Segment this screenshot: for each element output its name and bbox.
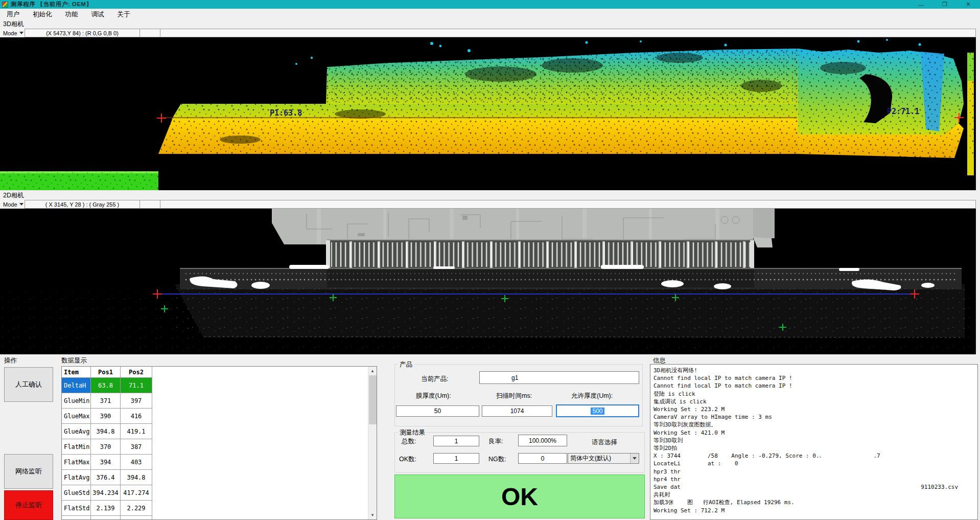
table-row[interactable]: FlatStd2.1392.229 <box>62 501 153 516</box>
cell-pos1: 370 <box>91 439 121 455</box>
current-product-label: 当前产品: <box>421 375 448 383</box>
camera3d-status-cell <box>160 29 976 37</box>
camera3d-viewport[interactable]: P1:63.8 P2:71.1 <box>0 37 976 190</box>
table-row[interactable]: GlueMin371397 <box>62 393 153 409</box>
camera3d-pixel-status: (X 5473,Y 84) : (R 0,G 0,B 0) <box>25 29 140 37</box>
menu-item-2[interactable]: 功能 <box>59 9 85 20</box>
language-select-dropdown[interactable]: 简体中文(默认) <box>568 453 639 464</box>
cell-pos1: 394.8 <box>91 424 121 439</box>
grid-scrollbar[interactable]: ▲ ▼ <box>368 367 377 519</box>
allowed-thickness-field[interactable]: 500 <box>556 404 639 417</box>
menu-item-1[interactable]: 初始化 <box>26 9 59 20</box>
log-line: X : 3744 /58 Angle : -0.279, Score : 0.0… <box>654 452 974 460</box>
p2-measurement-label: P2:71.1 <box>887 107 919 116</box>
minimize-button[interactable]: — <box>909 0 933 9</box>
log-line: 3D相机没有网络! <box>654 367 974 374</box>
mode-button-label: Mode <box>3 30 17 36</box>
cell-item: FlatMax <box>62 455 91 470</box>
info-log[interactable]: 3D相机没有网络!Cannot find local IP to match c… <box>650 364 978 520</box>
camera2d-mode-bar: Mode ( X 3145, Y 28 ) : ( Gray 255 ) <box>0 200 976 209</box>
cell-pos2: 419.1 <box>121 424 152 439</box>
header-pos1: Pos1 <box>91 367 121 378</box>
table-row[interactable]: GlueStd394.234417.274 <box>62 485 153 501</box>
cell-item: GlueAvg <box>62 424 91 439</box>
log-line: 等到3D取到 <box>654 437 974 444</box>
table-row[interactable]: GlueMax390416 <box>62 409 153 424</box>
scroll-down-icon[interactable]: ▼ <box>368 511 377 519</box>
scan-time-field[interactable]: 1074 <box>482 405 552 417</box>
log-line: 等到3D取到灰度图数据。 <box>654 421 974 428</box>
product-group-label: 产品 <box>398 360 414 369</box>
language-select-label: 语言选择 <box>592 438 617 447</box>
cell-pos2: 71.1 <box>121 378 152 393</box>
results-group: 测量结果 总数: 1 良率: 100.000% 语言选择 OK数: 1 NG数:… <box>394 432 645 473</box>
title-bar: 测厚程序 【当前用户: OEM】 — ❐ ✕ <box>0 0 980 9</box>
film-thickness-field[interactable]: 50 <box>396 405 479 417</box>
total-label: 总数: <box>402 437 416 446</box>
camera2d-viewport[interactable] <box>0 209 976 354</box>
cell-pos2: 387 <box>121 439 152 455</box>
camera2d-status-cell <box>160 200 976 209</box>
camera3d-mode-button[interactable]: Mode <box>0 29 25 37</box>
header-item: Item <box>62 367 91 378</box>
product-group: 产品 当前产品: g1 膜厚度(Um): 扫描时间ms: 允许厚度(Um): 5… <box>394 364 643 426</box>
camera2d-pixel-status: ( X 3145, Y 28 ) : ( Gray 255 ) <box>25 200 140 209</box>
cell-item: X <box>62 516 91 520</box>
table-row[interactable]: DeltaH63.871.1 <box>62 378 153 393</box>
table-row[interactable]: X2583.57966.7 <box>62 516 153 520</box>
scan-time-label: 扫描时间ms: <box>496 392 532 400</box>
camera3d-label: 3D相机 <box>3 20 24 29</box>
mode-button-label: Mode <box>3 201 17 208</box>
scroll-up-icon[interactable]: ▲ <box>368 367 377 375</box>
table-row[interactable]: GlueAvg394.8419.1 <box>62 424 153 439</box>
table-row[interactable]: FlatAvg376.4394.8 <box>62 470 153 485</box>
log-line: Working Set : 712.2 M <box>654 507 974 514</box>
log-line: 等到2D拍 <box>654 444 974 452</box>
yield-field[interactable]: 100.000% <box>518 435 567 446</box>
table-row[interactable]: FlatMin370387 <box>62 439 153 455</box>
log-line: 加载3张 图 行AOI检查, Elapsed 19296 ms. <box>654 499 974 506</box>
ng-count-field[interactable]: 0 <box>518 453 567 464</box>
menu-bar: 用户初始化功能调试关于 <box>0 9 980 20</box>
cell-pos1: 394 <box>91 455 121 470</box>
cell-pos2: 397 <box>121 393 152 409</box>
menu-item-0[interactable]: 用户 <box>0 9 26 20</box>
cell-pos1: 390 <box>91 409 121 424</box>
cell-item: FlatMin <box>62 439 91 455</box>
app-icon <box>2 2 8 8</box>
cell-pos2: 7966.7 <box>121 516 152 520</box>
menu-item-3[interactable]: 调试 <box>85 9 111 20</box>
ok-count-field[interactable]: 1 <box>433 453 479 464</box>
film-thickness-label: 膜厚度(Um): <box>416 392 451 400</box>
ok-count-label: OK数: <box>399 455 416 464</box>
total-field[interactable]: 1 <box>433 436 479 446</box>
current-product-field[interactable]: g1 <box>479 371 639 384</box>
manual-confirm-button[interactable]: 人工确认 <box>4 367 53 402</box>
table-header-row: Item Pos1 Pos2 <box>62 367 153 378</box>
menu-item-4[interactable]: 关于 <box>111 9 137 20</box>
camera3d-mode-bar: Mode (X 5473,Y 84) : (R 0,G 0,B 0) <box>0 29 976 37</box>
cell-item: GlueMin <box>62 393 91 409</box>
table-row[interactable]: FlatMax394403 <box>62 455 153 470</box>
cell-pos1: 376.4 <box>91 470 121 485</box>
results-group-label: 测量结果 <box>398 428 427 437</box>
cell-pos2: 417.274 <box>121 485 152 501</box>
result-status-banner: OK <box>394 474 645 518</box>
stop-listen-button[interactable]: 停止监听 <box>4 490 53 520</box>
cell-pos2: 416 <box>121 409 152 424</box>
maximize-button[interactable]: ❐ <box>933 0 956 9</box>
camera2d-status-cell <box>140 200 160 209</box>
redaction-patch <box>751 460 920 467</box>
dropdown-arrow-icon <box>19 203 24 206</box>
log-line: CameraV array to HImage time : 3 ms <box>654 413 974 421</box>
data-grid[interactable]: Item Pos1 Pos2 DeltaH63.871.1GlueMin3713… <box>61 366 377 520</box>
scrollbar-thumb[interactable] <box>369 375 377 424</box>
network-listen-button[interactable]: 网络监听 <box>4 454 53 489</box>
cell-item: FlatStd <box>62 501 91 516</box>
window-title: 测厚程序 【当前用户: OEM】 <box>11 1 92 8</box>
close-button[interactable]: ✕ <box>956 0 980 9</box>
operation-label: 操作 <box>4 356 17 365</box>
p1-measurement-label: P1:63.8 <box>270 108 302 118</box>
camera2d-mode-button[interactable]: Mode <box>0 200 25 209</box>
cell-pos2: 2.229 <box>121 501 152 516</box>
